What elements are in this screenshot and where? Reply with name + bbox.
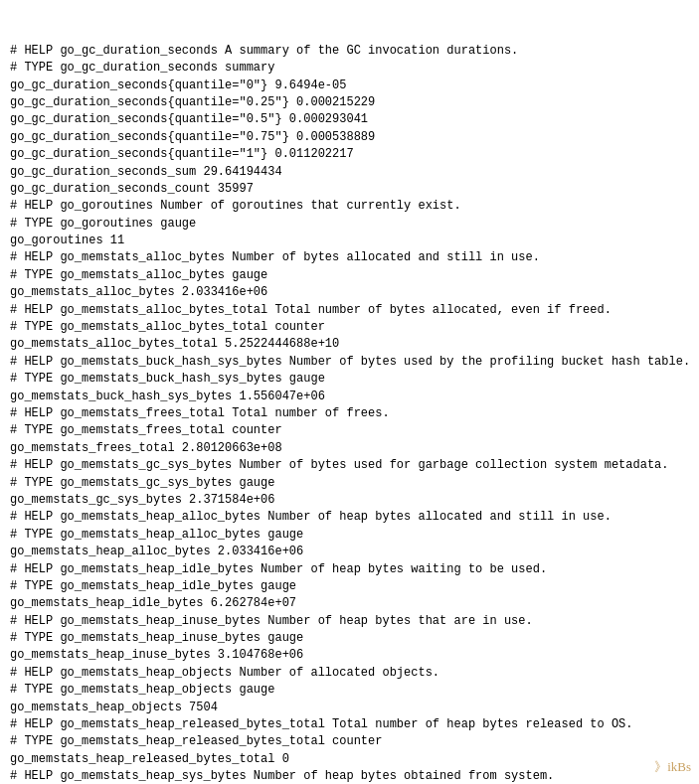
metrics-line: go_memstats_frees_total 2.80120663e+08 <box>10 440 689 457</box>
metrics-line: # HELP go_memstats_frees_total Total num… <box>10 405 689 422</box>
metrics-line: go_gc_duration_seconds{quantile="0"} 9.6… <box>10 78 689 94</box>
metrics-line: go_memstats_heap_idle_bytes 6.262784e+07 <box>10 595 689 612</box>
metrics-line: # TYPE go_memstats_heap_alloc_bytes gaug… <box>10 527 689 544</box>
metrics-line: # TYPE go_goroutines gauge <box>10 216 689 233</box>
metrics-line: go_memstats_heap_released_bytes_total 0 <box>10 751 689 768</box>
metrics-line: # TYPE go_memstats_heap_released_bytes_t… <box>10 733 689 750</box>
metrics-line: go_memstats_alloc_bytes 2.033416e+06 <box>10 284 689 301</box>
metrics-line: go_gc_duration_seconds{quantile="0.5"} 0… <box>10 111 689 128</box>
metrics-line: # HELP go_memstats_alloc_bytes_total Tot… <box>10 302 689 319</box>
metrics-line: # TYPE go_memstats_alloc_bytes_total cou… <box>10 319 689 336</box>
metrics-line: go_memstats_heap_alloc_bytes 2.033416e+0… <box>10 544 689 560</box>
metrics-line: # HELP go_memstats_heap_sys_bytes Number… <box>10 768 689 784</box>
metrics-line: # HELP go_goroutines Number of goroutine… <box>10 198 689 215</box>
metrics-line: # HELP go_gc_duration_seconds A summary … <box>10 43 689 60</box>
metrics-line: go_gc_duration_seconds{quantile="0.75"} … <box>10 129 689 146</box>
metrics-line: # TYPE go_memstats_heap_inuse_bytes gaug… <box>10 630 689 647</box>
metrics-line: go_memstats_gc_sys_bytes 2.371584e+06 <box>10 492 689 509</box>
metrics-output: # HELP go_gc_duration_seconds A summary … <box>0 0 699 784</box>
metrics-line: go_gc_duration_seconds{quantile="1"} 0.0… <box>10 146 689 163</box>
metrics-line: # TYPE go_memstats_heap_objects gauge <box>10 682 689 699</box>
metrics-line: # HELP go_memstats_heap_objects Number o… <box>10 665 689 682</box>
metrics-line: # HELP go_memstats_heap_idle_bytes Numbe… <box>10 561 689 578</box>
metrics-line: go_gc_duration_seconds_sum 29.64194434 <box>10 164 689 181</box>
metrics-line: # TYPE go_gc_duration_seconds summary <box>10 60 689 77</box>
metrics-line: # HELP go_memstats_buck_hash_sys_bytes N… <box>10 354 689 371</box>
metrics-line: go_gc_duration_seconds_count 35997 <box>10 181 689 198</box>
metrics-line: # HELP go_memstats_heap_released_bytes_t… <box>10 716 689 733</box>
metrics-line: # HELP go_memstats_alloc_bytes Number of… <box>10 249 689 266</box>
metrics-line: # HELP go_memstats_heap_alloc_bytes Numb… <box>10 509 689 526</box>
metrics-line: go_memstats_heap_inuse_bytes 3.104768e+0… <box>10 647 689 664</box>
metrics-line: # TYPE go_memstats_gc_sys_bytes gauge <box>10 475 689 492</box>
metrics-line: go_memstats_buck_hash_sys_bytes 1.556047… <box>10 389 689 405</box>
metrics-line: # HELP go_memstats_gc_sys_bytes Number o… <box>10 457 689 474</box>
metrics-line: # HELP go_memstats_heap_inuse_bytes Numb… <box>10 613 689 630</box>
watermark: 》ikBs <box>654 758 691 776</box>
metrics-line: # TYPE go_memstats_frees_total counter <box>10 422 689 439</box>
metrics-line: go_memstats_alloc_bytes_total 5.25224446… <box>10 336 689 353</box>
metrics-line: go_goroutines 11 <box>10 233 689 249</box>
metrics-line: # TYPE go_memstats_buck_hash_sys_bytes g… <box>10 371 689 388</box>
metrics-line: go_memstats_heap_objects 7504 <box>10 700 689 716</box>
metrics-line: go_gc_duration_seconds{quantile="0.25"} … <box>10 94 689 111</box>
metrics-line: # TYPE go_memstats_heap_idle_bytes gauge <box>10 578 689 595</box>
metrics-line: # TYPE go_memstats_alloc_bytes gauge <box>10 267 689 284</box>
